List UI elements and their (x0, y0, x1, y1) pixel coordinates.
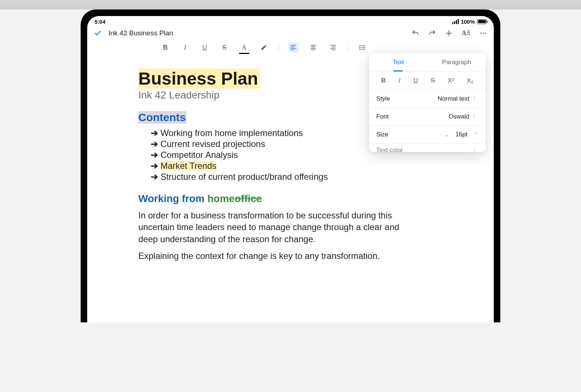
document-title[interactable]: Ink 42 Business Plan (108, 29, 405, 37)
row-label: Size (376, 131, 388, 138)
svg-rect-9 (291, 45, 296, 46)
doc-title-heading[interactable]: Business Plan (138, 69, 259, 89)
browser-chrome-strip (0, 0, 581, 9)
svg-rect-4 (467, 32, 470, 33)
format-panel: Text Paragraph B I U S X² X₂ Style Norma… (369, 53, 486, 152)
size-increase-button[interactable]: ⌃ (474, 132, 478, 137)
panel-strike-button[interactable]: S (431, 77, 435, 85)
toolbar-divider (278, 43, 279, 51)
svg-rect-22 (362, 45, 365, 46)
battery-percent: 100% (461, 19, 475, 25)
bold-button[interactable]: B (160, 42, 170, 53)
tab-text[interactable]: Text (369, 53, 427, 71)
italic-button[interactable]: I (180, 42, 190, 53)
svg-rect-13 (311, 45, 316, 46)
redo-icon[interactable] (428, 29, 436, 37)
bulleted-list-button[interactable] (357, 42, 368, 53)
chevron-right-icon: 〉 (473, 147, 478, 152)
battery-icon (477, 19, 486, 24)
signal-icon (452, 19, 459, 24)
svg-rect-20 (332, 50, 336, 50)
heading-text[interactable]: Working from (138, 193, 207, 204)
underline-button[interactable]: U (200, 42, 210, 53)
panel-font-row[interactable]: Font Oswald〉 (369, 108, 486, 125)
svg-point-8 (485, 32, 486, 34)
tablet-screen: 5:04 100% Ink 42 Business Plan (87, 16, 494, 322)
row-label: Style (376, 95, 390, 102)
svg-rect-14 (311, 47, 315, 47)
align-center-button[interactable] (308, 42, 318, 53)
panel-underline-button[interactable]: U (413, 77, 418, 85)
text-color-button[interactable]: A (239, 42, 249, 53)
status-time: 5:04 (95, 19, 105, 25)
doc-paragraph[interactable]: Explaining the context for change is key… (138, 250, 416, 262)
svg-rect-18 (332, 47, 336, 47)
svg-point-7 (482, 32, 484, 34)
strike-button[interactable]: S (219, 42, 230, 53)
insert-plus-icon[interactable] (445, 29, 453, 37)
svg-rect-17 (330, 45, 336, 46)
svg-rect-26 (362, 49, 365, 50)
svg-point-25 (359, 48, 361, 50)
tablet-frame: 5:04 100% Ink 42 Business Plan (81, 9, 500, 322)
inserted-text[interactable]: home (207, 193, 235, 204)
deleted-text[interactable]: office (235, 193, 262, 204)
size-decrease-button[interactable]: ⌄ (445, 132, 449, 137)
align-left-button[interactable] (288, 42, 299, 53)
svg-text:A: A (462, 30, 466, 37)
svg-rect-5 (467, 34, 470, 35)
done-check-icon[interactable] (94, 29, 102, 37)
panel-italic-button[interactable]: I (399, 77, 401, 85)
doc-contents-heading[interactable]: Contents (138, 111, 186, 124)
panel-style-row[interactable]: Style Normal text〉 (369, 90, 486, 108)
row-label: Font (376, 113, 389, 120)
doc-section-heading[interactable]: Working from homeoffice (138, 193, 443, 205)
text-format-icon[interactable]: A (462, 29, 470, 37)
row-value: Normal text (438, 95, 469, 102)
svg-rect-12 (291, 50, 295, 50)
svg-rect-16 (311, 50, 315, 50)
svg-point-21 (359, 45, 361, 46)
tab-paragraph[interactable]: Paragraph (427, 53, 486, 71)
more-menu-icon[interactable] (479, 29, 487, 37)
row-label: Text color (376, 147, 403, 152)
align-right-button[interactable] (328, 42, 338, 53)
status-bar: 5:04 100% (87, 16, 494, 27)
panel-superscript-button[interactable]: X² (448, 77, 454, 85)
svg-rect-19 (330, 48, 336, 49)
highlight-button[interactable] (259, 42, 269, 53)
list-item[interactable]: Structure of current product/brand offer… (151, 172, 443, 182)
toolbar-divider (347, 43, 348, 51)
svg-rect-10 (291, 47, 295, 47)
highlighted-text[interactable]: Market Trends (161, 161, 216, 171)
svg-rect-11 (291, 48, 296, 49)
chevron-right-icon: 〉 (473, 96, 478, 102)
chevron-right-icon: 〉 (473, 113, 478, 120)
row-value: Oswald (449, 113, 469, 120)
size-value: 16pt (455, 131, 468, 138)
svg-point-23 (359, 47, 361, 48)
svg-rect-24 (362, 47, 365, 48)
title-bar: Ink 42 Business Plan A (87, 27, 494, 41)
list-item[interactable]: Market Trends (151, 161, 443, 171)
doc-paragraph[interactable]: In order for a business transformation t… (138, 210, 416, 245)
svg-rect-15 (311, 48, 316, 49)
svg-rect-3 (467, 31, 470, 31)
panel-text-color-row[interactable]: Text color 〉 (369, 143, 486, 152)
svg-point-6 (480, 32, 482, 34)
panel-subscript-button[interactable]: X₂ (467, 77, 473, 85)
panel-size-row: Size ⌄ 16pt ⌃ (369, 125, 486, 143)
panel-bold-button[interactable]: B (381, 77, 386, 85)
undo-icon[interactable] (411, 29, 419, 37)
